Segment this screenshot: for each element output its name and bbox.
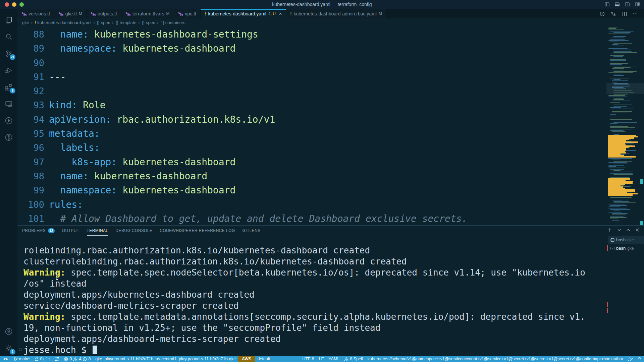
- breadcrumb-item[interactable]: [ ]containers: [161, 20, 185, 25]
- breadcrumb-label: gke: [22, 20, 29, 25]
- tab-gke.tf[interactable]: gke.tfM: [54, 9, 87, 18]
- language-item[interactable]: YAML: [326, 356, 342, 362]
- new-terminal-icon[interactable]: [607, 228, 612, 232]
- line-number: 91: [17, 70, 44, 84]
- git-compare-item[interactable]: [52, 356, 61, 362]
- minimap-line: [610, 63, 628, 64]
- panel-tab-problems[interactable]: PROBLEMS12: [22, 226, 55, 236]
- minimap[interactable]: [608, 27, 639, 225]
- search-icon[interactable]: [1, 29, 17, 45]
- panel-tab-terminal[interactable]: TERMINAL: [87, 226, 108, 236]
- toggle-panel-icon[interactable]: [614, 2, 620, 7]
- minimap-line: [613, 67, 631, 68]
- breadcrumb-item[interactable]: {}template: [116, 20, 137, 25]
- minimap-slider[interactable]: [606, 83, 644, 94]
- zoom-window-button[interactable]: [19, 2, 24, 7]
- minimap-line: [608, 35, 639, 36]
- minimap-line: [610, 217, 627, 218]
- notifications-bell-icon[interactable]: [635, 356, 644, 362]
- minimap-line: [612, 109, 634, 109]
- minimap-highlight-bar: [608, 156, 636, 158]
- toggle-secondary-sidebar-icon[interactable]: [625, 2, 630, 7]
- breadcrumb-item[interactable]: {}spec: [97, 20, 110, 25]
- tab-kubernetes-dashboard.yaml[interactable]: !kubernetes-dashboard.yaml4, U×: [201, 9, 286, 18]
- minimap-line: [608, 168, 626, 168]
- tab-versions.tf[interactable]: versions.tf: [17, 9, 54, 18]
- yaml-schema-item[interactable]: kubernetes://schema/v1@namespace+v1@serv…: [365, 356, 626, 362]
- editor-layout-icon[interactable]: [635, 2, 640, 7]
- terminal-line: Warning: spec.template.spec.nodeSelector…: [23, 267, 608, 278]
- eol-item[interactable]: LF: [317, 356, 326, 362]
- split-editor-icon[interactable]: [622, 11, 627, 17]
- line-number: 100: [17, 198, 44, 212]
- timeline-history-icon[interactable]: [599, 11, 605, 17]
- breadcrumb-item[interactable]: !kubernetes-dashboard.yaml: [35, 20, 91, 25]
- code-token: # Allow Dashboard to get, update and del…: [49, 213, 467, 224]
- panel-tab-bar: PROBLEMS12OUTPUTTERMINALDEBUG CONSOLECOD…: [17, 226, 644, 236]
- minimap-line: [608, 162, 627, 163]
- problems-item[interactable]: 0 4 8: [61, 356, 93, 362]
- maximize-panel-icon[interactable]: [626, 228, 630, 232]
- breadcrumb-item[interactable]: gke: [22, 20, 29, 25]
- accounts-icon[interactable]: [1, 324, 17, 339]
- minimap-line: [613, 46, 624, 46]
- close-window-button[interactable]: [5, 2, 9, 7]
- minimap-line: [608, 196, 639, 196]
- terminal-list-item[interactable]: bashgke: [608, 244, 644, 252]
- kube-context-item[interactable]: gke_playground-s-11-bfb2a71b_us-central1…: [93, 356, 238, 362]
- prompt-text: jesse.hoch $: [23, 345, 92, 355]
- feedback-icon[interactable]: [626, 356, 635, 362]
- source-control-icon[interactable]: 21: [1, 46, 17, 61]
- terminal-dropdown-icon[interactable]: [617, 228, 621, 232]
- breadcrumb-item[interactable]: {}spec: [142, 20, 155, 25]
- minimap-line: [608, 166, 616, 167]
- minimize-window-button[interactable]: [12, 2, 16, 7]
- encoding-item[interactable]: UTF-8: [300, 356, 316, 362]
- tab-terraform.tfvars[interactable]: terraform.tfvarsM: [121, 9, 174, 18]
- terminal-output[interactable]: rolebinding.rbac.authorization.k8s.io/ku…: [17, 236, 608, 356]
- minimap-line: [610, 54, 627, 54]
- toggle-sidebar-icon[interactable]: [604, 2, 610, 7]
- minimap-line: [613, 99, 624, 100]
- tab-outputs.tf[interactable]: outputs.tf: [87, 9, 121, 18]
- terminal-token: Warning:: [23, 312, 65, 322]
- panel-tab-gitlens[interactable]: GITLENS: [243, 226, 261, 236]
- minimap-line: [610, 219, 618, 219]
- run-and-debug-icon[interactable]: [1, 63, 17, 78]
- settings-gear-icon[interactable]: 1: [1, 341, 17, 356]
- window-controls: [5, 2, 24, 7]
- code-token: namespace:: [49, 43, 117, 54]
- code-area[interactable]: name: kubernetes-dashboard-settings name…: [46, 27, 644, 225]
- tab-kubernetes-dashboard-admin.rbac.yaml[interactable]: !kubernetes-dashboard-admin.rbac.yamlM: [286, 9, 386, 18]
- aws-badge[interactable]: AWS: [238, 356, 255, 362]
- explorer-icon[interactable]: [1, 12, 17, 28]
- open-changes-icon[interactable]: [610, 11, 616, 17]
- remote-indicator[interactable]: ><: [0, 356, 11, 362]
- minimap-line: [612, 200, 622, 200]
- more-actions-icon[interactable]: ⋯: [633, 11, 638, 17]
- git-sync-item[interactable]: 0↓ 1↑: [32, 356, 53, 362]
- terminal-list-item[interactable]: bashgke: [608, 236, 644, 244]
- remote-explorer-icon[interactable]: [1, 96, 17, 112]
- tab-label: outputs.tf: [98, 11, 117, 16]
- minimap-line: [612, 213, 628, 214]
- tab-vpc.tf[interactable]: vpc.tf: [174, 9, 201, 18]
- tab-label: versions.tf: [29, 11, 50, 16]
- panel-tab-label: GITLENS: [243, 228, 261, 233]
- spell-checker-item[interactable]: 8 Spell: [342, 356, 365, 362]
- code-token: Role: [77, 100, 105, 111]
- extensions-icon[interactable]: 5: [1, 79, 17, 95]
- breadcrumb-separator: ›: [31, 20, 33, 25]
- code-token: kubernetes-dashboard: [117, 157, 235, 168]
- git-branch-item[interactable]: main*: [11, 356, 32, 362]
- panel-tab-output[interactable]: OUTPUT: [62, 226, 79, 236]
- panel-tab-codewhisperer-reference-log[interactable]: CODEWHISPERER REFERENCE LOG: [160, 226, 235, 236]
- terminal-prompt: jesse.hoch $: [23, 345, 608, 356]
- tab-close-icon[interactable]: ×: [279, 11, 282, 16]
- panel-tab-debug-console[interactable]: DEBUG CONSOLE: [115, 226, 152, 236]
- aws-profile-item[interactable]: default: [255, 356, 272, 362]
- gitlens-icon[interactable]: [1, 130, 17, 145]
- close-panel-icon[interactable]: [635, 228, 639, 232]
- editor[interactable]: 888990919293949596979899100101 name: kub…: [17, 27, 644, 225]
- run-panel-icon[interactable]: [1, 113, 17, 128]
